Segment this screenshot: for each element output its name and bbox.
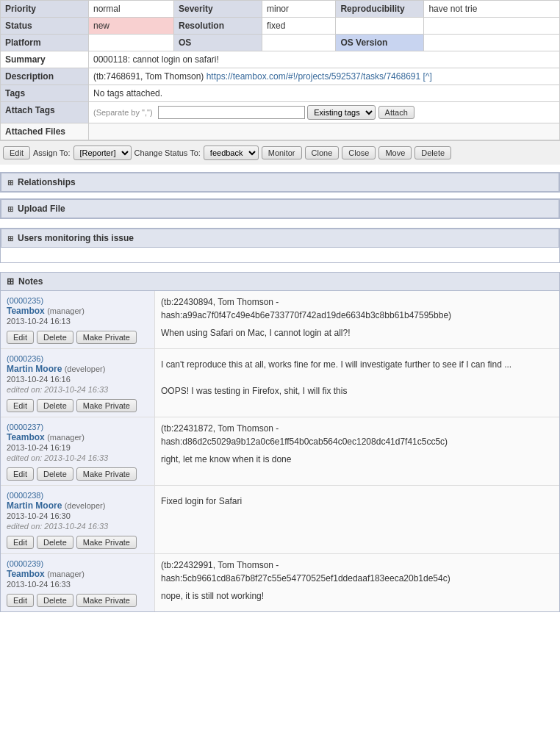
note-edit-button[interactable]: Edit bbox=[7, 536, 34, 549]
note-actions: Edit Delete Make Private bbox=[7, 536, 148, 549]
priority-value: normal bbox=[89, 1, 174, 18]
relationships-header[interactable]: ⊞ Relationships bbox=[1, 173, 559, 192]
assign-to-dropdown[interactable]: [Reporter] bbox=[73, 146, 132, 160]
close-button[interactable]: Close bbox=[342, 146, 376, 159]
note-date: 2013-10-24 16:16 bbox=[7, 375, 71, 384]
note-text: nope, it is still not working! bbox=[161, 589, 553, 603]
users-monitoring-section: ⊞ Users monitoring this issue bbox=[0, 228, 560, 263]
note-actions: Edit Delete Make Private bbox=[7, 467, 148, 481]
description-cell: (tb:7468691, Tom Thomson) https://teambo… bbox=[89, 68, 560, 85]
note-id[interactable]: (0000236) bbox=[7, 354, 43, 363]
note-item: (0000235) Teambox (manager) 2013-10-24 1… bbox=[1, 291, 559, 349]
note-role: (developer) bbox=[65, 501, 106, 510]
tags-value: No tags attached. bbox=[89, 85, 560, 102]
attached-files-value bbox=[89, 123, 560, 140]
move-button[interactable]: Move bbox=[378, 146, 412, 159]
note-date: 2013-10-24 16:30 bbox=[7, 511, 71, 520]
note-hash: (tb:22431872, Tom Thomson -hash:d86d2c50… bbox=[161, 422, 553, 448]
note-delete-button[interactable]: Delete bbox=[37, 467, 73, 481]
note-left: (0000237) Teambox (manager) 2013-10-24 1… bbox=[1, 417, 155, 485]
note-left: (0000235) Teambox (manager) 2013-10-24 1… bbox=[1, 291, 155, 348]
note-item: (0000236) Martin Moore (developer) 2013-… bbox=[1, 349, 559, 417]
change-status-label: Change Status To: bbox=[134, 148, 201, 157]
notes-header[interactable]: ⊞ Notes bbox=[1, 273, 559, 291]
clone-button[interactable]: Clone bbox=[305, 146, 340, 159]
note-delete-button[interactable]: Delete bbox=[37, 594, 73, 607]
note-edit-button[interactable]: Edit bbox=[7, 399, 34, 412]
action-toolbar: Edit Assign To: [Reporter] Change Status… bbox=[0, 140, 560, 165]
note-make-private-button[interactable]: Make Private bbox=[76, 399, 137, 412]
note-make-private-button[interactable]: Make Private bbox=[76, 331, 137, 344]
os-version-value bbox=[424, 35, 560, 51]
note-author: Teambox bbox=[7, 306, 45, 316]
note-right: (tb:22432991, Tom Thomson -hash:5cb9661c… bbox=[155, 554, 559, 611]
upload-file-section: ⊞ Upload File bbox=[0, 198, 560, 219]
note-actions: Edit Delete Make Private bbox=[7, 594, 148, 607]
note-role: (developer) bbox=[65, 364, 106, 373]
note-author: Teambox bbox=[7, 432, 45, 442]
note-id[interactable]: (0000239) bbox=[7, 559, 43, 568]
notes-toggle-icon: ⊞ bbox=[7, 276, 14, 287]
description-anchor[interactable]: [^] bbox=[423, 71, 432, 82]
note-delete-button[interactable]: Delete bbox=[37, 536, 73, 549]
upload-file-toggle-icon: ⊞ bbox=[7, 205, 13, 213]
os-value bbox=[262, 35, 335, 51]
monitor-button[interactable]: Monitor bbox=[262, 146, 302, 159]
note-date: 2013-10-24 16:13 bbox=[7, 317, 71, 326]
attach-tags-cell: (Separate by ",") Existing tags Attach bbox=[89, 102, 560, 123]
note-make-private-button[interactable]: Make Private bbox=[76, 536, 137, 549]
note-edit-button[interactable]: Edit bbox=[7, 594, 34, 607]
reproducibility-value: have not trie bbox=[424, 1, 560, 18]
note-edited: edited on: 2013-10-24 16:33 bbox=[7, 522, 108, 531]
note-make-private-button[interactable]: Make Private bbox=[76, 594, 137, 607]
note-edit-button[interactable]: Edit bbox=[7, 467, 34, 481]
note-hash: (tb:22432991, Tom Thomson -hash:5cb9661c… bbox=[161, 559, 553, 585]
note-edit-button[interactable]: Edit bbox=[7, 331, 34, 344]
note-text: right, let me know when it is done bbox=[161, 453, 553, 466]
users-monitoring-header[interactable]: ⊞ Users monitoring this issue bbox=[1, 229, 559, 248]
notes-title: Notes bbox=[18, 276, 43, 287]
note-text: When using Safari on Mac, I cannot login… bbox=[161, 326, 553, 340]
note-hash: (tb:22430894, Tom Thomson -hash:a99ac7f0… bbox=[161, 295, 553, 322]
note-role: (manager) bbox=[47, 433, 85, 442]
note-delete-button[interactable]: Delete bbox=[37, 331, 73, 344]
platform-label: Platform bbox=[1, 35, 89, 51]
note-left: (0000239) Teambox (manager) 2013-10-24 1… bbox=[1, 554, 155, 611]
priority-label: Priority bbox=[1, 1, 89, 18]
description-link[interactable]: https://teambox.com/#!/projects/592537/t… bbox=[207, 71, 421, 82]
note-right: (tb:22430894, Tom Thomson -hash:a99ac7f0… bbox=[155, 291, 559, 348]
existing-tags-dropdown[interactable]: Existing tags bbox=[307, 105, 376, 120]
os-version-label: OS Version bbox=[336, 35, 424, 51]
users-monitoring-body bbox=[1, 248, 559, 262]
attached-files-label: Attached Files bbox=[1, 123, 89, 140]
notes-container: (0000235) Teambox (manager) 2013-10-24 1… bbox=[1, 291, 559, 611]
status-label: Status bbox=[1, 18, 89, 35]
upload-file-header[interactable]: ⊞ Upload File bbox=[1, 199, 559, 218]
description-label: Description bbox=[1, 68, 89, 85]
note-text: I can't reproduce this at all, works fin… bbox=[161, 358, 553, 398]
reproducibility-label: Reproducibility bbox=[336, 1, 424, 18]
info-table: Priority normal Severity minor Reproduci… bbox=[0, 0, 560, 140]
note-id[interactable]: (0000238) bbox=[7, 491, 43, 500]
note-edited: edited on: 2013-10-24 16:33 bbox=[7, 385, 108, 394]
summary-value: 0000118: cannot login on safari! bbox=[89, 51, 560, 68]
note-item: (0000237) Teambox (manager) 2013-10-24 1… bbox=[1, 417, 559, 486]
note-id[interactable]: (0000235) bbox=[7, 296, 43, 305]
relationships-toggle-icon: ⊞ bbox=[7, 179, 13, 187]
note-date: 2013-10-24 16:19 bbox=[7, 443, 71, 452]
tags-label: Tags bbox=[1, 85, 89, 102]
note-date: 2013-10-24 16:33 bbox=[7, 580, 71, 589]
severity-value: minor bbox=[262, 1, 335, 18]
edit-button[interactable]: Edit bbox=[3, 146, 30, 159]
attach-tags-input[interactable] bbox=[158, 106, 305, 119]
change-status-dropdown[interactable]: feedback bbox=[204, 146, 259, 160]
note-make-private-button[interactable]: Make Private bbox=[76, 467, 137, 481]
note-left: (0000236) Martin Moore (developer) 2013-… bbox=[1, 349, 155, 417]
note-item: (0000239) Teambox (manager) 2013-10-24 1… bbox=[1, 554, 559, 611]
note-delete-button[interactable]: Delete bbox=[37, 399, 73, 412]
notes-section: ⊞ Notes (0000235) Teambox (manager) 2013… bbox=[0, 272, 560, 612]
note-id[interactable]: (0000237) bbox=[7, 423, 43, 431]
delete-button[interactable]: Delete bbox=[414, 146, 451, 159]
attach-button[interactable]: Attach bbox=[378, 106, 414, 119]
note-right: Fixed login for Safari bbox=[155, 486, 559, 553]
